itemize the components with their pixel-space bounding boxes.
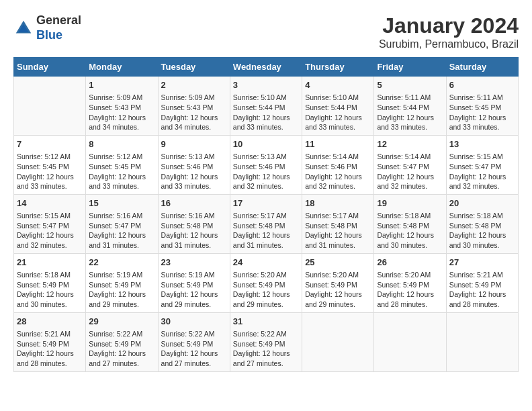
day-info: Sunrise: 5:15 AM Sunset: 5:47 PM Dayligh…: [17, 211, 83, 250]
day-number: 2: [161, 79, 227, 91]
calendar-cell: 20Sunrise: 5:18 AM Sunset: 5:48 PM Dayli…: [446, 194, 518, 253]
day-number: 14: [17, 197, 83, 210]
day-number: 7: [17, 138, 83, 150]
calendar-cell: 11Sunrise: 5:14 AM Sunset: 5:46 PM Dayli…: [302, 135, 374, 194]
calendar-cell: 8Sunrise: 5:12 AM Sunset: 5:45 PM Daylig…: [86, 135, 158, 194]
calendar-cell: [302, 312, 374, 371]
day-number: 9: [161, 138, 227, 150]
header-sunday: Sunday: [14, 58, 86, 77]
day-number: 24: [233, 257, 299, 269]
day-info: Sunrise: 5:21 AM Sunset: 5:49 PM Dayligh…: [17, 329, 83, 369]
day-info: Sunrise: 5:17 AM Sunset: 5:48 PM Dayligh…: [233, 211, 299, 250]
calendar-week-row: 28Sunrise: 5:21 AM Sunset: 5:49 PM Dayli…: [14, 312, 519, 371]
header-wednesday: Wednesday: [230, 58, 302, 77]
calendar-cell: 15Sunrise: 5:16 AM Sunset: 5:47 PM Dayli…: [86, 194, 158, 253]
header-tuesday: Tuesday: [158, 58, 230, 77]
day-info: Sunrise: 5:09 AM Sunset: 5:43 PM Dayligh…: [89, 93, 154, 132]
calendar-cell: [374, 312, 446, 371]
day-number: 5: [377, 79, 443, 91]
day-info: Sunrise: 5:11 AM Sunset: 5:44 PM Dayligh…: [377, 93, 443, 132]
logo-icon: [13, 18, 34, 38]
calendar-cell: 12Sunrise: 5:14 AM Sunset: 5:47 PM Dayli…: [374, 135, 446, 194]
day-number: 1: [89, 79, 154, 91]
day-number: 31: [233, 316, 299, 328]
day-number: 17: [233, 197, 299, 210]
calendar-cell: 9Sunrise: 5:13 AM Sunset: 5:46 PM Daylig…: [158, 135, 230, 194]
calendar-cell: 29Sunrise: 5:22 AM Sunset: 5:49 PM Dayli…: [86, 312, 158, 371]
calendar-cell: 19Sunrise: 5:18 AM Sunset: 5:48 PM Dayli…: [374, 194, 446, 253]
logo-blue: Blue: [36, 28, 62, 42]
day-number: 26: [377, 257, 443, 269]
day-info: Sunrise: 5:09 AM Sunset: 5:43 PM Dayligh…: [161, 93, 227, 132]
day-number: 29: [89, 316, 154, 328]
calendar-cell: 7Sunrise: 5:12 AM Sunset: 5:45 PM Daylig…: [14, 135, 86, 194]
subtitle: Surubim, Pernambuco, Brazil: [379, 38, 519, 50]
day-number: 25: [305, 257, 371, 269]
day-info: Sunrise: 5:12 AM Sunset: 5:45 PM Dayligh…: [17, 152, 83, 191]
day-info: Sunrise: 5:16 AM Sunset: 5:47 PM Dayligh…: [89, 211, 154, 250]
day-info: Sunrise: 5:16 AM Sunset: 5:48 PM Dayligh…: [161, 211, 227, 250]
calendar-week-row: 14Sunrise: 5:15 AM Sunset: 5:47 PM Dayli…: [14, 194, 519, 253]
calendar-cell: 16Sunrise: 5:16 AM Sunset: 5:48 PM Dayli…: [158, 194, 230, 253]
header-saturday: Saturday: [446, 58, 518, 77]
logo-general: General: [36, 13, 81, 27]
day-info: Sunrise: 5:20 AM Sunset: 5:49 PM Dayligh…: [233, 270, 299, 310]
day-info: Sunrise: 5:22 AM Sunset: 5:49 PM Dayligh…: [89, 329, 154, 369]
day-info: Sunrise: 5:18 AM Sunset: 5:49 PM Dayligh…: [17, 270, 83, 310]
logo: General Blue: [13, 13, 81, 42]
calendar-cell: 5Sunrise: 5:11 AM Sunset: 5:44 PM Daylig…: [374, 77, 446, 136]
day-number: 28: [17, 316, 83, 328]
day-number: 11: [305, 138, 371, 150]
calendar-cell: 25Sunrise: 5:20 AM Sunset: 5:49 PM Dayli…: [302, 253, 374, 312]
day-number: 3: [233, 79, 299, 91]
day-number: 10: [233, 138, 299, 150]
calendar-cell: 28Sunrise: 5:21 AM Sunset: 5:49 PM Dayli…: [14, 312, 86, 371]
calendar-cell: [446, 312, 518, 371]
day-number: 13: [449, 138, 515, 150]
logo-text: General Blue: [36, 13, 81, 42]
day-info: Sunrise: 5:12 AM Sunset: 5:45 PM Dayligh…: [89, 152, 154, 191]
day-number: 6: [449, 79, 515, 91]
calendar-cell: [14, 77, 86, 136]
day-info: Sunrise: 5:15 AM Sunset: 5:47 PM Dayligh…: [449, 152, 515, 191]
day-number: 20: [449, 197, 515, 210]
day-info: Sunrise: 5:14 AM Sunset: 5:46 PM Dayligh…: [305, 152, 371, 191]
header-thursday: Thursday: [302, 58, 374, 77]
calendar-cell: 27Sunrise: 5:21 AM Sunset: 5:49 PM Dayli…: [446, 253, 518, 312]
day-number: 4: [305, 79, 371, 91]
day-info: Sunrise: 5:20 AM Sunset: 5:49 PM Dayligh…: [305, 270, 371, 310]
day-info: Sunrise: 5:22 AM Sunset: 5:49 PM Dayligh…: [233, 329, 299, 369]
calendar-cell: 31Sunrise: 5:22 AM Sunset: 5:49 PM Dayli…: [230, 312, 302, 371]
calendar-cell: 24Sunrise: 5:20 AM Sunset: 5:49 PM Dayli…: [230, 253, 302, 312]
calendar-header-row: SundayMondayTuesdayWednesdayThursdayFrid…: [14, 58, 519, 77]
calendar-cell: 23Sunrise: 5:19 AM Sunset: 5:49 PM Dayli…: [158, 253, 230, 312]
calendar-cell: 13Sunrise: 5:15 AM Sunset: 5:47 PM Dayli…: [446, 135, 518, 194]
day-number: 18: [305, 197, 371, 210]
calendar-cell: 30Sunrise: 5:22 AM Sunset: 5:49 PM Dayli…: [158, 312, 230, 371]
day-info: Sunrise: 5:17 AM Sunset: 5:48 PM Dayligh…: [305, 211, 371, 250]
day-info: Sunrise: 5:10 AM Sunset: 5:44 PM Dayligh…: [305, 93, 371, 132]
calendar-week-row: 7Sunrise: 5:12 AM Sunset: 5:45 PM Daylig…: [14, 135, 519, 194]
day-number: 15: [89, 197, 154, 210]
day-number: 22: [89, 257, 154, 269]
day-info: Sunrise: 5:20 AM Sunset: 5:49 PM Dayligh…: [377, 270, 443, 310]
title-section: January 2024 Surubim, Pernambuco, Brazil: [379, 13, 519, 50]
page-header: General Blue January 2024 Surubim, Perna…: [13, 13, 519, 50]
day-info: Sunrise: 5:21 AM Sunset: 5:49 PM Dayligh…: [449, 270, 515, 310]
day-info: Sunrise: 5:22 AM Sunset: 5:49 PM Dayligh…: [161, 329, 227, 369]
day-number: 21: [17, 257, 83, 269]
day-info: Sunrise: 5:18 AM Sunset: 5:48 PM Dayligh…: [377, 211, 443, 250]
day-info: Sunrise: 5:18 AM Sunset: 5:48 PM Dayligh…: [449, 211, 515, 250]
day-number: 23: [161, 257, 227, 269]
day-info: Sunrise: 5:13 AM Sunset: 5:46 PM Dayligh…: [233, 152, 299, 191]
day-number: 8: [89, 138, 154, 150]
day-number: 16: [161, 197, 227, 210]
calendar-table: SundayMondayTuesdayWednesdayThursdayFrid…: [13, 57, 519, 372]
calendar-cell: 3Sunrise: 5:10 AM Sunset: 5:44 PM Daylig…: [230, 77, 302, 136]
calendar-week-row: 21Sunrise: 5:18 AM Sunset: 5:49 PM Dayli…: [14, 253, 519, 312]
header-friday: Friday: [374, 58, 446, 77]
day-number: 30: [161, 316, 227, 328]
calendar-cell: 2Sunrise: 5:09 AM Sunset: 5:43 PM Daylig…: [158, 77, 230, 136]
day-number: 27: [449, 257, 515, 269]
day-info: Sunrise: 5:11 AM Sunset: 5:45 PM Dayligh…: [449, 93, 515, 132]
